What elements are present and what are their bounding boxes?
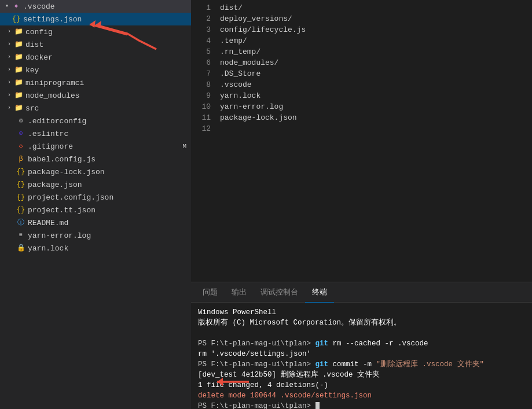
chevron-icon: [5, 104, 14, 113]
src-label: src: [25, 104, 39, 113]
editorconfig-label: .editorconfig: [28, 117, 86, 126]
gear-icon: ⚙: [16, 116, 25, 126]
code-line-8: .vscode: [220, 79, 532, 90]
json-icon: {}: [12, 14, 21, 24]
dist-label: dist: [25, 40, 43, 49]
sidebar-item-editorconfig[interactable]: ⚙ .editorconfig: [0, 115, 191, 127]
line-numbers: 1 2 3 4 5 6 7 8 9 10 11 12: [191, 2, 220, 279]
code-line-5: .rn_temp/: [220, 46, 532, 57]
node-modules-label: node_modules: [25, 91, 80, 100]
terminal-body[interactable]: Windows PowerShell 版权所有 (C) Microsoft Co…: [191, 303, 532, 409]
readme-icon: ⓘ: [16, 218, 25, 227]
terminal-tabs: 问题 输出 调试控制台 终端: [191, 282, 532, 303]
term-line-1: Windows PowerShell: [198, 307, 525, 318]
sidebar-item-eslintrc[interactable]: ⊙ .eslintrc: [0, 127, 191, 140]
gitignore-label: .gitignore: [28, 142, 73, 151]
sidebar-item-config[interactable]: 📁 config: [0, 25, 191, 38]
json-icon: {}: [16, 167, 25, 176]
folder-icon: 📁: [14, 27, 23, 36]
sidebar-item-readme[interactable]: ⓘ README.md: [0, 216, 191, 229]
vscode-folder-icon: ◆: [12, 2, 21, 11]
chevron-icon: [5, 40, 14, 49]
chevron-icon: [5, 53, 14, 62]
terminal-panel: 问题 输出 调试控制台 终端 Windows PowerShell 版权所有 (…: [191, 282, 532, 409]
term-line-3: [198, 328, 525, 338]
root-folder[interactable]: ◆ .vscode: [0, 0, 191, 13]
code-line-9: yarn.lock: [220, 90, 532, 101]
code-line-2: deploy_versions/: [220, 13, 532, 24]
folder-icon: 📁: [14, 65, 23, 75]
sidebar-item-src[interactable]: 📁 src: [0, 102, 191, 115]
tab-output[interactable]: 输出: [225, 282, 254, 303]
chevron-icon: [5, 78, 14, 87]
babel-icon: β: [16, 154, 25, 164]
code-content: dist/ deploy_versions/ config/lifecycle.…: [220, 2, 532, 279]
eslintrc-label: .eslintrc: [28, 130, 68, 138]
term-line-8: 1 file changed, 4 deletions(-): [198, 380, 525, 390]
package-lock-label: package-lock.json: [28, 168, 105, 176]
folder-icon: 📁: [14, 53, 23, 62]
term-line-2: 版权所有 (C) Microsoft Corporation。保留所有权利。: [198, 318, 525, 328]
folder-icon: 📁: [14, 78, 23, 87]
folder-icon: 📁: [14, 104, 23, 113]
package-json-label: package.json: [28, 180, 82, 189]
sidebar-item-yarn-lock[interactable]: 🔒 yarn.lock: [0, 242, 191, 255]
tab-problems[interactable]: 问题: [196, 282, 225, 303]
sidebar-item-package-json[interactable]: {} package.json: [0, 178, 191, 191]
log-icon: ≡: [16, 231, 25, 240]
code-line-6: node_modules/: [220, 57, 532, 68]
main-area: 1 2 3 4 5 6 7 8 9 10 11 12 dist/ deploy_…: [191, 0, 532, 409]
term-line-7: [dev_test 4e12b50] 删除远程库 .vscode 文件夹: [198, 370, 525, 380]
project-config-label: project.config.json: [28, 193, 113, 202]
code-line-1: dist/: [220, 2, 532, 13]
sidebar-item-dist[interactable]: 📁 dist: [0, 38, 191, 51]
json-icon: {}: [16, 193, 25, 202]
sidebar-item-node-modules[interactable]: 📁 node_modules: [0, 89, 191, 102]
git-icon: ◇: [16, 142, 25, 151]
eslint-icon: ⊙: [16, 129, 25, 138]
sidebar-item-docker[interactable]: 📁 docker: [0, 51, 191, 64]
folder-icon: 📁: [14, 40, 23, 49]
term-line-10: PS F:\t-plan-mag-ui\tplan>: [198, 401, 525, 409]
sidebar-item-miniprogramci[interactable]: 📁 miniprogramci: [0, 76, 191, 89]
miniprogramci-label: miniprogramci: [25, 79, 84, 87]
chevron-icon: [5, 27, 14, 36]
sidebar-item-project-tt[interactable]: {} project.tt.json: [0, 204, 191, 216]
sidebar-item-yarn-error[interactable]: ≡ yarn-error.log: [0, 229, 191, 242]
code-line-10: yarn-error.log: [220, 101, 532, 112]
file-explorer: ◆ .vscode {} settings.json 📁 config 📁 di…: [0, 0, 191, 409]
code-line-12: [220, 123, 532, 134]
key-label: key: [25, 66, 39, 75]
folder-icon: 📁: [14, 91, 23, 100]
cursor: [315, 402, 320, 409]
chevron-icon: [5, 91, 14, 100]
settings-json-label: settings.json: [23, 15, 82, 24]
modified-badge: M: [182, 143, 186, 150]
project-tt-label: project.tt.json: [28, 206, 96, 215]
sidebar-item-project-config[interactable]: {} project.config.json: [0, 191, 191, 204]
yarn-lock-label: yarn.lock: [28, 244, 68, 253]
sidebar-item-gitignore[interactable]: ◇ .gitignore M: [0, 140, 191, 153]
lock-icon: 🔒: [16, 244, 25, 253]
chevron-icon: [5, 65, 14, 75]
babel-config-label: babel.config.js: [28, 155, 96, 164]
code-line-7: .DS_Store: [220, 68, 532, 79]
code-line-4: .temp/: [220, 35, 532, 46]
chevron-icon: [2, 2, 12, 11]
term-line-9: delete mode 100644 .vscode/settings.json: [198, 390, 525, 401]
sidebar-item-package-lock[interactable]: {} package-lock.json: [0, 165, 191, 178]
term-line-4: PS F:\t-plan-mag-ui\tplan> git rm --cach…: [198, 338, 525, 349]
sidebar-item-babel-config[interactable]: β babel.config.js: [0, 153, 191, 165]
code-line-11: package-lock.json: [220, 112, 532, 123]
editor-panel: 1 2 3 4 5 6 7 8 9 10 11 12 dist/ deploy_…: [191, 0, 532, 282]
docker-label: docker: [25, 53, 53, 62]
term-line-5: rm '.vscode/settings.json': [198, 349, 525, 359]
config-label: config: [25, 28, 53, 36]
term-line-6: PS F:\t-plan-mag-ui\tplan> git commit -m…: [198, 359, 525, 370]
sidebar-item-key[interactable]: 📁 key: [0, 64, 191, 76]
readme-label: README.md: [28, 219, 68, 227]
tab-terminal[interactable]: 终端: [305, 282, 334, 303]
tab-debug-console[interactable]: 调试控制台: [254, 282, 305, 303]
sidebar-item-settings-json[interactable]: {} settings.json: [0, 13, 191, 25]
code-line-3: config/lifecycle.js: [220, 24, 532, 35]
